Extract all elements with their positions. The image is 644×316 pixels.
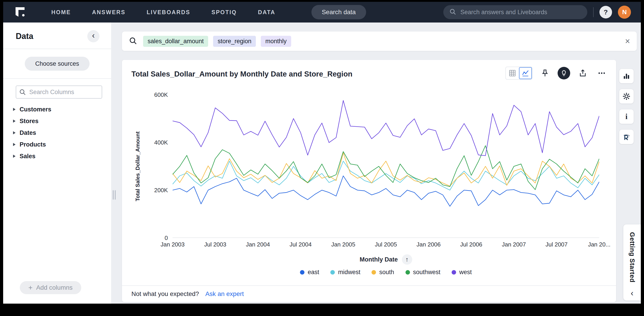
chart-view-icon [522,69,529,77]
caret-right-icon [13,131,16,134]
legend-label: west [459,269,472,276]
legend-label: midwest [338,269,360,276]
query-token-monthly[interactable]: monthly [261,36,291,47]
expand-getting-started-button[interactable]: ‹ [631,289,634,297]
chart-legend: eastmidwestsouthsouthwestwest [172,269,599,276]
search-icon [129,36,137,46]
query-token-sales-dollar-amount[interactable]: sales_dollar_amount [143,36,208,47]
divider [3,78,111,79]
caret-right-icon [13,143,16,146]
change-visualization-button[interactable] [619,69,634,83]
nav-item-answers[interactable]: ANSWERS [92,9,126,16]
tree-item-customers[interactable]: Customers [13,104,111,114]
tree-item-label: Customers [20,106,51,113]
spotiq-analyze-button[interactable] [558,67,570,80]
divider [122,286,616,286]
legend-dot [372,270,376,274]
x-tick-label: Jan 20... [588,241,610,248]
caret-right-icon [13,108,16,111]
query-token-store-region[interactable]: store_region [213,36,256,47]
getting-started-tab[interactable]: Getting Started ‹ [623,224,641,300]
x-axis-title-label: Monthly Date [360,256,398,263]
search-data-button[interactable]: Search data [312,5,366,19]
x-tick-label: Jul 2006 [460,241,482,248]
nav-divider [593,7,594,17]
more-actions-button[interactable] [596,67,608,80]
global-search[interactable] [443,5,587,19]
y-axis-ticks: 600K400K200K0 [146,91,168,242]
sidebar-resize-handle[interactable] [113,190,116,200]
add-columns-label: Add columns [36,284,73,291]
tree-item-stores[interactable]: Stores [13,116,111,126]
pin-button[interactable] [539,67,551,80]
divider [3,48,111,49]
legend-dot [406,270,410,274]
legend-dot [330,270,335,274]
x-tick-label: Jul 2005 [375,241,397,248]
screen: HOME ANSWERS LIVEBOARDS SPOTIQ DATA Sear… [0,0,644,316]
table-view-icon [508,69,516,77]
info-icon: i [625,112,627,121]
chart-view-button[interactable] [519,67,532,79]
nav-right-cluster: ? N [443,5,631,19]
tree-item-dates[interactable]: Dates [13,128,111,138]
nav-item-liveboards[interactable]: LIVEBOARDS [147,9,190,16]
more-icon [598,69,606,78]
x-tick-label: Jan 2003 [161,241,185,248]
pin-icon [541,69,549,78]
y-tick-label: 200K [146,186,168,194]
legend-label: southwest [413,269,440,276]
app-window: HOME ANSWERS LIVEBOARDS SPOTIQ DATA Sear… [3,2,641,304]
series-line-west[interactable] [172,100,599,156]
r-analysis-button[interactable] [619,130,634,144]
search-icon [449,8,456,16]
chart-settings-button[interactable] [619,89,634,104]
tree-item-products[interactable]: Products [13,140,111,150]
r-analytics-icon [622,133,630,141]
sort-ascending-button[interactable]: ↑ [402,254,412,265]
thoughtspot-logo[interactable] [13,5,28,20]
share-icon [578,69,587,78]
choose-sources-button[interactable]: Choose sources [25,57,89,71]
global-search-input[interactable] [460,9,582,16]
legend-item-east[interactable]: east [300,269,319,276]
clear-search-button[interactable]: × [625,37,630,46]
table-view-button[interactable] [506,67,519,79]
x-tick-label: Jan 2005 [331,241,355,248]
query-search-bar[interactable]: sales_dollar_amount store_region monthly… [122,32,637,51]
tree-item-label: Sales [20,153,36,160]
thoughtspot-logo-icon [14,6,27,19]
tree-item-sales[interactable]: Sales [13,151,111,161]
ask-an-expert-link[interactable]: Ask an expert [205,290,244,298]
add-columns-button[interactable]: + Add columns [20,281,81,294]
tree-item-label: Stores [20,118,38,125]
nav-item-home[interactable]: HOME [51,9,71,16]
avatar[interactable]: N [618,6,631,19]
line-chart-svg [172,95,599,238]
column-search-input[interactable] [16,86,102,98]
x-axis-title: Monthly Date ↑ [172,254,599,265]
answer-row: Total Sales_Dollar_Amount by Monthly Dat… [122,60,637,304]
answer-title: Total Sales_Dollar_Amount by Monthly Dat… [132,70,352,78]
y-tick-label: 600K [146,91,168,98]
nav-item-data[interactable]: DATA [258,9,276,16]
data-sidebar: Data ‹ Choose sources Customers Store [3,22,111,304]
help-button[interactable]: ? [600,6,612,18]
column-tree: Customers Stores Dates Products Sales [13,104,111,161]
answer-toolbar [506,66,608,80]
query-tokens: sales_dollar_amount store_region monthly [143,36,291,47]
share-button[interactable] [576,67,589,80]
y-tick-label: 0 [146,234,168,242]
legend-item-southwest[interactable]: southwest [406,269,440,276]
nav-item-spotiq[interactable]: SPOTIQ [212,9,237,16]
main-panel: sales_dollar_amount store_region monthly… [111,22,641,304]
sidebar-collapse-button[interactable]: ‹ [87,30,100,42]
info-button[interactable]: i [619,110,634,124]
series-line-south[interactable] [172,153,599,186]
legend-item-midwest[interactable]: midwest [330,269,360,276]
plus-icon: + [28,284,33,291]
sidebar-header: Data ‹ [3,22,111,48]
legend-item-west[interactable]: west [452,269,472,276]
legend-item-south[interactable]: south [372,269,394,276]
line-chart-plot[interactable] [172,95,599,238]
